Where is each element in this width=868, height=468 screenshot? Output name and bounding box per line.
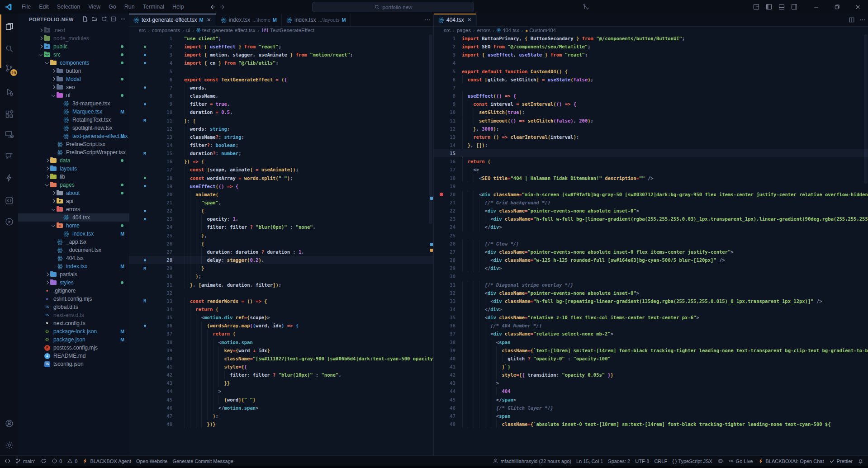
tree-folder-.next[interactable]: N.next — [18, 26, 129, 34]
tree-file-next-env.d.ts[interactable]: TSnext-env.d.ts — [18, 311, 129, 319]
tab-index.tsx[interactable]: index.tsx...\layoutsM — [282, 14, 351, 26]
breadcrumb-item[interactable]: pages — [457, 28, 471, 33]
tree-file-index.tsx[interactable]: index.tsxM — [18, 262, 129, 270]
tree-folder-pages[interactable]: pages — [18, 181, 129, 189]
command-center-search[interactable]: portfolio-new — [312, 2, 474, 12]
split-icon[interactable] — [849, 17, 855, 23]
tree-folder-node_modules[interactable]: node_modules — [18, 34, 129, 43]
scrollbar[interactable] — [864, 34, 868, 184]
breadcrumb-item[interactable]: [@] TextGenerateEffect — [261, 28, 315, 33]
minimize-icon[interactable] — [806, 0, 826, 14]
more-icon[interactable] — [424, 17, 431, 23]
tree-folder-seo[interactable]: seo — [18, 83, 129, 91]
tab-404.tsx[interactable]: 404.tsx✕ — [434, 14, 477, 26]
code-editor[interactable]: 1import ButtonPrimary, { ButtonSecondary… — [434, 34, 868, 455]
tree-folder-styles[interactable]: styles — [18, 279, 129, 287]
tree-folder-api[interactable]: #api — [18, 197, 129, 205]
toggle-panel-icon[interactable] — [778, 3, 785, 10]
tree-folder-Modal[interactable]: Modal — [18, 75, 129, 83]
tree-folder-lib[interactable]: lib — [18, 173, 129, 181]
status-0[interactable]: 0 — [52, 458, 62, 464]
tab-text-generate-effect.tsx[interactable]: text-generate-effect.tsxM✕ — [129, 14, 216, 26]
toggle-sidebar-icon[interactable] — [765, 3, 773, 10]
tree-file-spotlight-new.tsx[interactable]: spotlight-new.tsx — [18, 124, 129, 132]
code-editor[interactable]: 1"use client";2import { useEffect } from… — [129, 34, 433, 455]
status-utf-8[interactable]: UTF-8 — [635, 459, 649, 464]
tree-file-eslint.config.mjs[interactable]: ◎eslint.config.mjs — [18, 295, 129, 303]
tree-file-next.config.ts[interactable]: Nnext.config.ts — [18, 319, 129, 327]
tree-file-text-generate-effect.tsx[interactable]: text-generate-effect.tsxM — [18, 132, 129, 140]
tree-file-package.json[interactable]: {}package.jsonM — [18, 336, 129, 344]
breadcrumb[interactable]: src›components›ui› text-generate-effect.… — [129, 26, 433, 34]
breadcrumb-item[interactable]: text-generate-effect.tsx — [196, 28, 255, 33]
customize-layout-icon[interactable] — [753, 3, 760, 10]
git-merge-check-icon[interactable] — [583, 3, 590, 10]
scrollbar[interactable] — [429, 34, 432, 224]
account-icon[interactable] — [0, 414, 18, 432]
tab-index.tsx[interactable]: index.tsx...\homeM — [216, 14, 282, 26]
tree-file-404.tsx[interactable]: 404.tsx — [18, 254, 129, 262]
tree-folder-partials[interactable]: partials — [18, 270, 129, 279]
breadcrumb-item[interactable]: ◈ Custom404 — [525, 28, 556, 33]
tab-close-icon[interactable]: ✕ — [467, 17, 472, 23]
more-icon[interactable] — [120, 16, 126, 22]
tree-file-Marquee.tsx[interactable]: Marquee.tsxM — [18, 108, 129, 116]
tree-file-3d-marquee.tsx[interactable]: 3d-marquee.tsx — [18, 99, 129, 108]
tree-folder-about[interactable]: about — [18, 189, 129, 197]
tree-folder-data[interactable]: data — [18, 156, 129, 165]
status-crlf[interactable]: CRLF — [654, 459, 667, 464]
settings-gear-icon[interactable] — [0, 436, 18, 454]
tree-folder-layouts[interactable]: layouts — [18, 165, 129, 173]
extensions-icon[interactable] — [0, 105, 18, 123]
refresh-icon[interactable] — [101, 16, 107, 22]
toggle-secondary-sidebar-icon[interactable] — [791, 3, 798, 10]
tree-file-_document.tsx[interactable]: _document.tsx — [18, 246, 129, 254]
blackbox-icon[interactable] — [0, 191, 18, 209]
menu-file[interactable]: File — [18, 0, 35, 14]
tree-folder-ui[interactable]: ui — [18, 91, 129, 99]
tree-folder-components[interactable]: components — [18, 59, 129, 67]
tree-folder-src[interactable]: <>src — [18, 51, 129, 59]
breadcrumb[interactable]: src›pages›errors› 404.tsx›◈ Custom404 — [434, 26, 868, 34]
tree-file-README.md[interactable]: iREADME.md — [18, 352, 129, 360]
status-sync-icon[interactable] — [41, 458, 47, 464]
tree-file-tsconfig.json[interactable]: TStsconfig.json — [18, 360, 129, 368]
status-prettier[interactable]: Prettier — [829, 458, 853, 464]
search-icon[interactable] — [0, 39, 18, 57]
collapse-all-icon[interactable] — [110, 16, 117, 22]
new-file-icon[interactable] — [82, 16, 88, 22]
menu-edit[interactable]: Edit — [35, 0, 53, 14]
tree-file-global.d.ts[interactable]: TSglobal.d.ts — [18, 303, 129, 311]
breadcrumb-item[interactable]: errors — [477, 28, 490, 33]
play-circle-icon[interactable] — [0, 213, 18, 231]
tree-file-package-lock.json[interactable]: {}package-lock.jsonM — [18, 327, 129, 336]
menu-terminal[interactable]: Terminal — [139, 0, 168, 14]
menu-go[interactable]: Go — [104, 0, 120, 14]
status-bell-icon[interactable] — [858, 458, 863, 464]
tree-file-PrelineScriptWrapper.tsx[interactable]: PrelineScriptWrapper.tsx — [18, 148, 129, 156]
status-typescript-jsx[interactable]: { } TypeScript JSX — [672, 459, 712, 464]
tree-file-postcss.config.mjs[interactable]: Ppostcss.config.mjs — [18, 344, 129, 352]
breadcrumb-item[interactable]: src — [444, 28, 451, 33]
chat-sparkle-icon[interactable] — [0, 147, 18, 165]
status-go-live[interactable]: Go Live — [728, 458, 753, 464]
source-control-icon[interactable]: 19 — [0, 59, 18, 77]
arrow-right-icon[interactable] — [219, 4, 226, 10]
tree-folder-button[interactable]: button — [18, 67, 129, 75]
arrow-left-icon[interactable] — [209, 4, 216, 10]
status-generate-commit-message[interactable]: Generate Commit Message — [172, 459, 233, 464]
breadcrumb-item[interactable]: components — [152, 28, 180, 33]
status-copilot-icon[interactable] — [717, 458, 723, 464]
run-debug-icon[interactable] — [0, 83, 18, 101]
menu-run[interactable]: Run — [120, 0, 139, 14]
tree-file-_app.tsx[interactable]: _app.tsx — [18, 238, 129, 246]
tree-file-404.tsx[interactable]: 404.tsx — [18, 213, 129, 222]
tree-folder-public[interactable]: ⊕public — [18, 43, 129, 51]
menu-view[interactable]: View — [84, 0, 104, 14]
menu-help[interactable]: Help — [168, 0, 188, 14]
status-mfadhlillahrasyid-22-hours-ago[interactable]: mfadhlillahrasyid (22 hours ago) — [493, 458, 571, 464]
breadcrumb-item[interactable]: src — [139, 28, 146, 33]
breadcrumb-item[interactable]: ui — [186, 28, 190, 33]
tree-folder-home[interactable]: ⌂home — [18, 222, 129, 230]
tree-file-RotatingText.tsx[interactable]: RotatingText.tsx — [18, 116, 129, 124]
